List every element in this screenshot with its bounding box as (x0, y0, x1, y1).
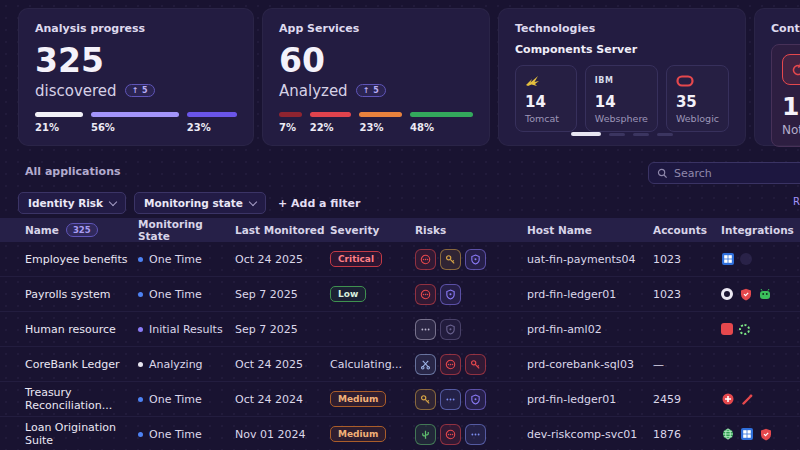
table-row[interactable]: Human resource Initial Results Sep 7 202… (0, 312, 800, 347)
shield-icon[interactable] (465, 389, 486, 410)
scissors-icon[interactable] (415, 354, 436, 375)
integration-icons (721, 428, 800, 441)
pagination-dot[interactable] (633, 133, 649, 136)
shield-icon[interactable] (465, 249, 486, 270)
reset-link[interactable]: R (793, 196, 800, 207)
add-filter-button[interactable]: + Add a filter (278, 197, 360, 210)
progress-percent-label: 23% (187, 122, 237, 133)
accounts-count: 1023 (653, 288, 721, 301)
card-title: Technologies (515, 22, 729, 35)
column-header-accounts[interactable]: Accounts (653, 224, 721, 236)
progress-segment: 22% (310, 112, 352, 133)
carousel-pagination (499, 132, 745, 136)
shield-red-icon (759, 428, 772, 441)
trend-badge: ↑ 5 (125, 84, 156, 97)
state-label: Initial Results (149, 323, 223, 336)
integration-icons (721, 393, 800, 406)
monitoring-state: One Time (138, 393, 235, 406)
trend-badge: ↑ 5 (356, 84, 387, 97)
progress-percent-label: 21% (35, 122, 83, 133)
analyzed-label: Analyzed (279, 82, 348, 100)
more-risks-icon[interactable] (465, 424, 486, 445)
progress-bar (410, 112, 473, 117)
host-name: dev-riskcomp-svc01 (527, 428, 653, 441)
risk-icons (415, 354, 527, 375)
app-name: Payrolls system (25, 288, 138, 301)
header-label: Name (25, 224, 59, 236)
app-services-card: App Services 60 Analyzed ↑ 5 7%22%23%48% (262, 8, 490, 146)
last-monitored: Oct 24 2025 (235, 253, 330, 266)
filter-label: Monitoring state (144, 197, 243, 209)
cactus-icon[interactable] (415, 424, 436, 445)
key-icon[interactable] (415, 389, 436, 410)
card-title: Controls (771, 22, 800, 35)
progress-bar (359, 112, 402, 117)
last-monitored: Nov 01 2024 (235, 428, 330, 441)
app-faded-icon (740, 253, 752, 265)
more-risks-icon[interactable] (415, 319, 436, 340)
state-dot-icon (138, 432, 143, 437)
table-row[interactable]: Employee benefits One Time Oct 24 2025 C… (0, 242, 800, 277)
ibm-websphere-icon: IBM (595, 73, 648, 88)
square-red-icon (721, 323, 733, 335)
table-row[interactable]: Payrolls system One Time Sep 7 2025 Low … (0, 277, 800, 312)
pen-red-icon (740, 393, 753, 406)
column-header-severity[interactable]: Severity (330, 224, 415, 236)
more-risks-icon[interactable] (440, 389, 461, 410)
monitoring-state: Analyzing (138, 358, 235, 371)
table-row[interactable]: CoreBank Ledger Analyzing Oct 24 2025 Ca… (0, 347, 800, 382)
severity-badge: Calculating... (330, 358, 402, 371)
search-input[interactable]: Search (648, 162, 800, 184)
progress-bar (279, 112, 302, 117)
column-header-name[interactable]: Name 325 (25, 223, 138, 237)
accounts-count: 1876 (653, 428, 721, 441)
globe-green-icon (721, 428, 734, 441)
tech-tile-weblogic[interactable]: 35 Weblogic (666, 65, 729, 132)
progress-percent-label: 22% (310, 122, 352, 133)
credentials-icon[interactable] (415, 284, 436, 305)
chevron-down-icon (109, 197, 117, 205)
table-header: Name 325 Monitoring State Last Monitored… (0, 218, 800, 242)
progress-percent-label: 56% (91, 122, 179, 133)
analysis-progress-bars: 21%56%23% (35, 112, 237, 133)
risk-icons (415, 284, 527, 305)
column-header-risks[interactable]: Risks (415, 224, 527, 236)
credentials-icon[interactable] (440, 424, 461, 445)
pagination-active-dot[interactable] (571, 132, 601, 136)
filter-chip-monitoring-state[interactable]: Monitoring state (134, 192, 266, 214)
column-header-integrations[interactable]: Integrations (721, 224, 800, 236)
state-label: One Time (149, 428, 202, 441)
shield-icon[interactable] (440, 319, 461, 340)
pagination-dot[interactable] (609, 133, 625, 136)
column-header-monitoring-state[interactable]: Monitoring State (138, 218, 235, 242)
table-row[interactable]: Treasury Reconciliation... One Time Oct … (0, 382, 800, 417)
weblogic-label: Weblogic (676, 113, 719, 124)
state-dot-icon (138, 292, 143, 297)
gear-green-icon (739, 324, 750, 335)
health-red-icon (721, 393, 734, 406)
table-row[interactable]: Loan Origination Suite One Time Nov 01 2… (0, 417, 800, 450)
last-monitored: Oct 24 2025 (235, 358, 330, 371)
key-icon[interactable] (465, 354, 486, 375)
tech-tile-websphere[interactable]: IBM 14 Websphere (585, 65, 658, 132)
progress-segment: 21% (35, 112, 83, 133)
filter-bar: Identity Risk Monitoring state + Add a f… (18, 192, 360, 214)
integration-icons (721, 323, 800, 335)
column-header-last-monitored[interactable]: Last Monitored (235, 224, 330, 236)
progress-percent-label: 23% (359, 122, 402, 133)
column-header-host-name[interactable]: Host Name (527, 224, 653, 236)
credentials-icon[interactable] (440, 354, 461, 375)
host-name: prd-fin-ledger01 (527, 393, 653, 406)
severity-badge: Medium (330, 391, 386, 407)
pagination-dot[interactable] (657, 133, 673, 136)
tech-tile-tomcat[interactable]: 14 Tomcat (515, 65, 577, 132)
controls-tile[interactable]: 15 Not e (771, 44, 800, 147)
key-icon[interactable] (440, 249, 461, 270)
integration-icons (721, 288, 800, 301)
filter-chip-identity-risk[interactable]: Identity Risk (18, 192, 126, 214)
shield-icon[interactable] (440, 284, 461, 305)
oracle-weblogic-icon (676, 73, 719, 88)
credentials-icon[interactable] (415, 249, 436, 270)
components-server-subtitle: Components Server (515, 43, 729, 56)
discovered-count: 325 (35, 43, 237, 80)
